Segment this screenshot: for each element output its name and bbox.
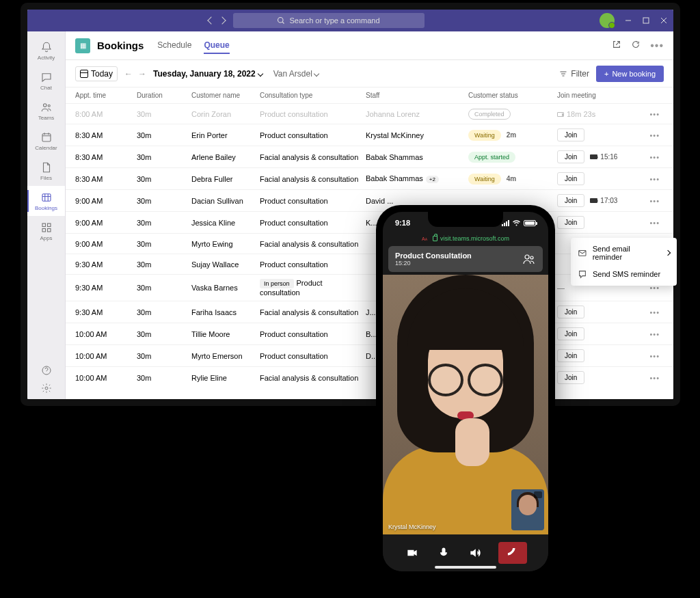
svg-rect-8 xyxy=(42,228,46,232)
row-more-button[interactable]: ••• xyxy=(649,197,660,205)
next-day-button[interactable]: → xyxy=(138,69,146,79)
video-feed: Krystal McKinney xyxy=(383,275,548,534)
prev-day-button[interactable]: ← xyxy=(124,69,133,79)
svg-rect-7 xyxy=(47,223,51,227)
svg-rect-1 xyxy=(643,18,649,23)
join-button[interactable]: Join xyxy=(557,327,584,340)
search-icon xyxy=(277,16,285,25)
maximize-button[interactable] xyxy=(642,16,650,25)
home-indicator[interactable] xyxy=(435,566,496,569)
chevron-down-icon xyxy=(257,70,262,76)
join-button[interactable]: Join xyxy=(557,150,584,163)
search-input[interactable]: Search or type a command xyxy=(233,13,425,28)
call-header: Product Consultation 15:20 xyxy=(388,246,543,272)
rail-activity[interactable]: Activity xyxy=(27,36,65,66)
popout-icon[interactable] xyxy=(612,40,621,49)
help-icon[interactable] xyxy=(41,365,52,376)
phone-clock: 9:18 xyxy=(395,219,410,227)
rail-files[interactable]: Files xyxy=(27,156,65,186)
user-avatar[interactable] xyxy=(600,13,615,28)
new-booking-button[interactable]: +New booking xyxy=(596,66,664,82)
row-more-button[interactable]: ••• xyxy=(649,330,660,338)
row-more-button[interactable]: ••• xyxy=(649,374,660,382)
minimize-button[interactable] xyxy=(624,16,632,25)
table-row[interactable]: 10:00 AM 30m Myrto Emerson Product consu… xyxy=(66,344,673,366)
table-row[interactable]: 9:00 AM 30m Jessica Kline Product consul… xyxy=(66,211,673,233)
camera-toggle-button[interactable] xyxy=(404,545,420,561)
join-button[interactable]: Join xyxy=(557,216,584,229)
join-button[interactable]: Join xyxy=(557,172,584,185)
mic-toggle-button[interactable] xyxy=(435,545,452,561)
page-header: ▦ Bookings Schedule Queue ••• xyxy=(66,31,673,60)
camera-icon xyxy=(590,198,597,203)
row-more-button[interactable]: ••• xyxy=(649,308,660,316)
svg-rect-6 xyxy=(42,223,46,227)
svg-point-2 xyxy=(43,103,46,107)
rail-teams[interactable]: Teams xyxy=(27,96,65,126)
refresh-icon[interactable] xyxy=(631,40,641,49)
page-title: Bookings xyxy=(97,40,144,51)
table-row[interactable]: 8:30 AM 30m Erin Porter Product consulta… xyxy=(66,124,673,146)
row-more-button[interactable]: ••• xyxy=(649,153,660,161)
row-more-button[interactable]: ••• xyxy=(649,110,660,118)
rail-chat[interactable]: Chat xyxy=(27,66,65,96)
hangup-button[interactable] xyxy=(498,542,527,564)
participants-icon[interactable] xyxy=(522,254,536,264)
table-row[interactable]: 8:30 AM 30m Debra Fuller Facial analysis… xyxy=(66,167,673,189)
send-sms-reminder[interactable]: Send SMS reminder xyxy=(571,265,677,283)
svg-point-0 xyxy=(278,18,284,23)
speaker-toggle-button[interactable] xyxy=(467,545,483,561)
svg-point-11 xyxy=(45,387,48,390)
svg-rect-4 xyxy=(42,133,51,141)
lock-icon xyxy=(433,236,438,241)
table-row[interactable]: 8:00 AM 30m Corin Zoran Product consulta… xyxy=(66,103,673,124)
app-window: Search or type a command Activity Chat T… xyxy=(27,10,673,399)
date-picker[interactable]: Tuesday, January 18, 2022 xyxy=(153,69,262,79)
chevron-down-icon xyxy=(314,70,319,76)
table-row[interactable]: 10:00 AM 30m Tillie Moore Product consul… xyxy=(66,323,673,344)
history-nav xyxy=(208,18,225,23)
back-icon[interactable] xyxy=(207,16,215,24)
forward-icon[interactable] xyxy=(218,16,226,24)
tab-queue[interactable]: Queue xyxy=(204,38,229,54)
join-button[interactable]: Join xyxy=(557,371,584,384)
org-selector[interactable]: Van Arsdel xyxy=(273,69,319,79)
row-context-menu: Send email reminder Send SMS reminder xyxy=(571,238,677,286)
calendar-icon xyxy=(80,70,88,78)
tab-schedule[interactable]: Schedule xyxy=(157,38,191,54)
table-header: Appt. time Duration Customer name Consul… xyxy=(66,87,673,103)
tablet-device-frame: Search or type a command Activity Chat T… xyxy=(21,3,680,406)
row-more-button[interactable]: ••• xyxy=(649,352,660,360)
join-button[interactable]: Join xyxy=(557,305,584,318)
chevron-right-icon xyxy=(665,250,671,256)
table-row[interactable]: 10:00 AM 30m Rylie Eline Facial analysis… xyxy=(66,366,673,388)
rail-bookings[interactable]: Bookings xyxy=(27,186,65,216)
join-button[interactable]: Join xyxy=(557,128,584,141)
svg-rect-5 xyxy=(42,193,51,201)
svg-rect-9 xyxy=(47,228,51,232)
close-button[interactable] xyxy=(660,16,668,25)
row-more-button[interactable]: ••• xyxy=(649,175,660,183)
rail-calendar[interactable]: Calendar xyxy=(27,126,65,156)
phone-device-frame: 9:18 AA visit.teams.microsoft.com Produc… xyxy=(376,205,555,578)
join-button[interactable]: Join xyxy=(557,349,584,362)
svg-point-3 xyxy=(48,105,50,107)
self-view[interactable] xyxy=(511,489,544,530)
row-more-button[interactable]: ••• xyxy=(649,131,660,139)
table-row[interactable]: 9:30 AM 30m Fariha Isaacs Facial analysi… xyxy=(66,301,673,323)
battery-icon xyxy=(524,220,536,226)
settings-icon[interactable] xyxy=(41,383,52,394)
svg-point-13 xyxy=(525,255,529,259)
send-email-reminder[interactable]: Send email reminder xyxy=(571,241,677,265)
table-row[interactable]: 8:30 AM 30m Arlene Bailey Facial analysi… xyxy=(66,146,673,167)
wifi-icon xyxy=(512,219,521,226)
more-icon[interactable]: ••• xyxy=(650,40,664,52)
filter-button[interactable]: Filter xyxy=(559,69,589,79)
join-button[interactable]: Join xyxy=(557,194,584,207)
camera-icon xyxy=(590,154,597,159)
today-button[interactable]: Today xyxy=(75,66,118,81)
plus-icon: + xyxy=(604,70,608,78)
rail-apps[interactable]: Apps xyxy=(27,216,65,246)
table-row[interactable]: 9:00 AM 30m Dacian Sullivan Product cons… xyxy=(66,189,673,211)
row-more-button[interactable]: ••• xyxy=(649,219,660,227)
